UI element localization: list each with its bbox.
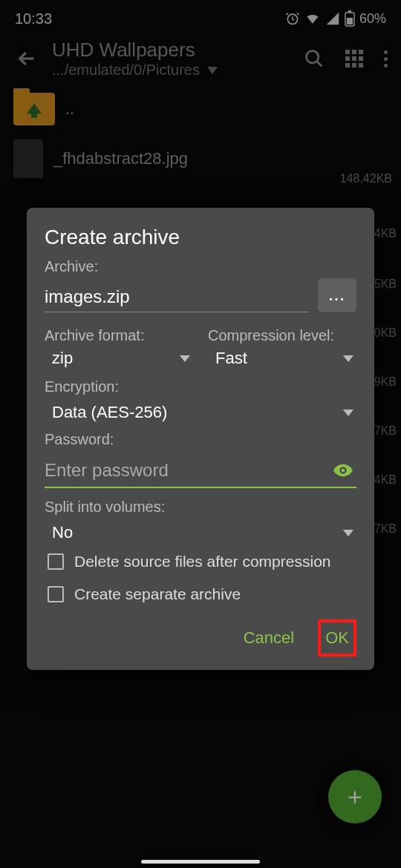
separate-archive-checkbox[interactable]: Create separate archive bbox=[45, 578, 356, 611]
encryption-label: Encryption: bbox=[45, 378, 356, 395]
format-value: zip bbox=[52, 349, 73, 368]
cancel-button[interactable]: Cancel bbox=[238, 622, 300, 654]
format-select[interactable]: zip bbox=[45, 344, 193, 371]
ok-button[interactable]: OK bbox=[318, 619, 356, 657]
create-archive-dialog: Create archive Archive: ... Archive form… bbox=[27, 208, 374, 670]
plus-icon: + bbox=[348, 783, 362, 812]
browse-button[interactable]: ... bbox=[318, 278, 356, 312]
checkbox-icon bbox=[48, 586, 64, 602]
password-input[interactable] bbox=[45, 454, 356, 488]
format-label: Archive format: bbox=[45, 327, 193, 344]
dialog-title: Create archive bbox=[45, 226, 356, 249]
nav-handle[interactable] bbox=[141, 860, 260, 864]
delete-source-checkbox[interactable]: Delete source files after compression bbox=[45, 545, 356, 578]
separate-archive-label: Create separate archive bbox=[74, 585, 241, 603]
level-label: Compression level: bbox=[208, 327, 356, 344]
delete-source-label: Delete source files after compression bbox=[74, 553, 331, 571]
chevron-down-icon bbox=[343, 530, 353, 536]
archive-label: Archive: bbox=[45, 258, 356, 275]
split-value: No bbox=[52, 523, 73, 542]
encryption-select[interactable]: Data (AES-256) bbox=[45, 398, 356, 425]
eye-icon[interactable] bbox=[333, 460, 353, 484]
split-select[interactable]: No bbox=[45, 519, 356, 545]
split-label: Split into volumes: bbox=[45, 499, 356, 516]
encryption-value: Data (AES-256) bbox=[52, 403, 167, 422]
archive-name-input[interactable] bbox=[45, 282, 309, 312]
add-fab[interactable]: + bbox=[328, 770, 382, 823]
level-value: Fast bbox=[215, 349, 247, 368]
checkbox-icon bbox=[48, 553, 64, 570]
chevron-down-icon bbox=[343, 355, 353, 362]
level-select[interactable]: Fast bbox=[208, 344, 356, 371]
chevron-down-icon bbox=[343, 410, 353, 416]
password-label: Password: bbox=[45, 431, 356, 448]
chevron-down-icon bbox=[180, 355, 190, 362]
